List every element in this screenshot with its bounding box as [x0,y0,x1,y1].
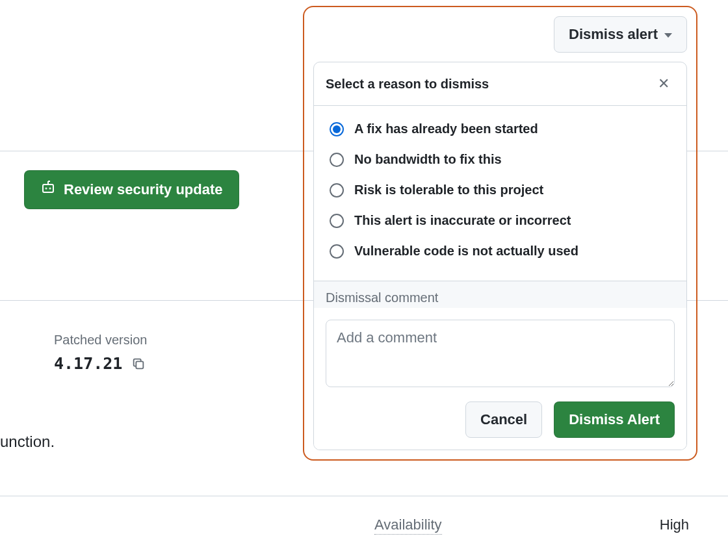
dependabot-icon [40,180,56,199]
dismiss-reason-option[interactable]: No bandwidth to fix this [326,144,675,175]
dismiss-reason-label: Vulnerable code is not actually used [354,244,578,259]
patched-version-value: 4.17.21 [54,354,122,373]
panel-header: Select a reason to dismiss ✕ [314,62,686,106]
cancel-button[interactable]: Cancel [465,401,542,438]
dismiss-reason-label: This alert is inaccurate or incorrect [354,213,571,228]
availability-value: High [660,516,689,535]
dismiss-reason-list: A fix has already been startedNo bandwid… [314,106,686,281]
dismiss-reason-option[interactable]: Vulnerable code is not actually used [326,236,675,266]
radio-icon [330,214,344,228]
description-fragment: unction. [0,433,55,451]
availability-label: Availability [374,516,442,535]
comment-section-header: Dismissal comment [314,281,686,308]
radio-icon [330,122,344,136]
confirm-label: Dismiss Alert [569,411,660,427]
cancel-label: Cancel [480,411,527,427]
comment-body [314,308,686,401]
review-button-label: Review security update [64,181,223,198]
panel-actions: Cancel Dismiss Alert [314,401,686,450]
panel-title: Select a reason to dismiss [326,77,489,92]
dismiss-panel: Select a reason to dismiss ✕ A fix has a… [313,62,687,450]
patched-version-block: Patched version 4.17.21 [54,333,147,373]
confirm-dismiss-button[interactable]: Dismiss Alert [554,401,675,438]
chevron-down-icon [664,33,672,38]
svg-point-4 [50,188,51,189]
availability-row: Availability High [374,516,689,535]
review-security-update-button[interactable]: Review security update [24,170,239,209]
radio-icon [330,153,344,167]
dismiss-alert-trigger[interactable]: Dismiss alert [554,16,687,53]
radio-icon [330,244,344,259]
dismiss-reason-label: No bandwidth to fix this [354,152,502,167]
svg-rect-5 [136,361,144,368]
dismiss-reason-option[interactable]: A fix has already been started [326,114,675,144]
comment-textarea[interactable] [326,320,675,387]
divider [0,496,728,496]
radio-icon [330,183,344,197]
dismiss-reason-option[interactable]: This alert is inaccurate or incorrect [326,205,675,236]
dismiss-reason-label: Risk is tolerable to this project [354,183,543,197]
copy-icon[interactable] [131,357,146,371]
svg-rect-0 [43,185,53,192]
patched-version-label: Patched version [54,333,147,348]
dismiss-reason-option[interactable]: Risk is tolerable to this project [326,175,675,205]
dismiss-alert-popover: Dismiss alert Select a reason to dismiss… [303,6,697,461]
dismiss-reason-label: A fix has already been started [354,121,538,136]
close-button[interactable]: ✕ [653,73,675,95]
dismiss-trigger-label: Dismiss alert [569,26,658,43]
svg-point-3 [46,188,47,189]
close-icon: ✕ [658,75,670,92]
comment-heading: Dismissal comment [326,290,675,305]
